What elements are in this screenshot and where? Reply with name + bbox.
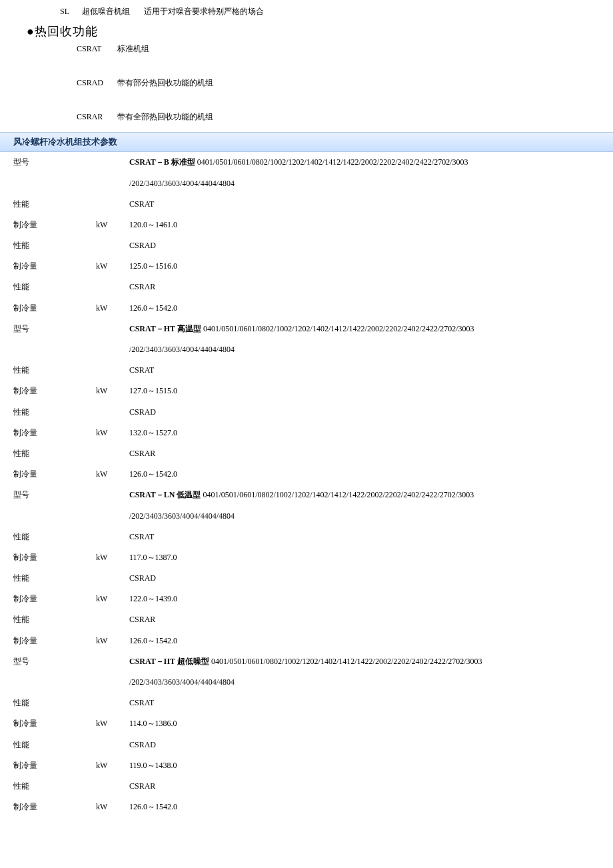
row-label: 性能 [0,360,93,381]
row-value: 122.0～1439.0 [127,589,613,609]
row-unit [93,776,127,797]
model-title-line2: /202/3403/3603/4004/4404/4804 [127,339,613,360]
row-label: 性能 [0,568,93,589]
row-label: 制冷量 [0,381,93,401]
unit-cell [93,319,127,360]
row-value: 120.0～1461.0 [127,215,613,235]
row-value: CSRAR [127,776,613,797]
row-unit [93,609,127,630]
row-unit [93,277,127,297]
model-title-line2: /202/3403/3603/4004/4404/4804 [127,672,613,693]
recovery-desc: 标准机组 [117,44,149,53]
row-unit [93,735,127,755]
row-label: 制冷量 [0,215,93,235]
row-value: CSRAR [127,277,613,297]
row-value: 126.0～1542.0 [127,464,613,485]
model-title-bold: CSRAT－HT 高温型 [129,324,201,333]
row-unit: kW [93,256,127,277]
row-label: 制冷量 [0,547,93,568]
row-value: CSRAR [127,609,613,630]
row-value: 126.0～1542.0 [127,631,613,651]
row-value: CSRAT [127,194,613,215]
recovery-list: CSRAT 标准机组 CSRAD 带有部分热回收功能的机组 CSRAR 带有全部… [0,43,613,124]
row-unit [93,443,127,464]
model-title-line1: CSRAT－B 标准型 0401/0501/0601/0802/1002/120… [127,152,613,173]
unit-cell [93,485,127,526]
heat-recovery-heading: ●热回收功能 [0,21,613,43]
row-value: 114.0～1386.0 [127,713,613,734]
row-value: CSRAD [127,735,613,755]
model-suffix: 0401/0501/0601/0802/1002/1202/1402/1412/… [195,157,468,167]
row-unit [93,402,127,423]
row-label: 制冷量 [0,797,93,817]
model-suffix: 0401/0501/0601/0802/1002/1202/1402/1412/… [201,324,474,333]
recovery-item: CSRAR 带有全部热回收功能的机组 [77,111,613,123]
top-desc: 适用于对噪音要求特别严格的场合 [144,7,264,16]
recovery-item: CSRAT 标准机组 [77,43,613,55]
row-label: 制冷量 [0,256,93,277]
row-value: 119.0～1438.0 [127,755,613,776]
label-model: 型号 [0,319,93,360]
row-value: 117.0～1387.0 [127,547,613,568]
row-value: CSRAD [127,235,613,256]
row-unit: kW [93,713,127,734]
recovery-code: CSRAT [77,43,115,55]
row-unit [93,693,127,713]
label-model: 型号 [0,152,93,193]
unit-cell [93,651,127,693]
row-label: 性能 [0,194,93,215]
section-title: 风冷螺杆冷水机组技术参数 [13,137,117,147]
row-label: 制冷量 [0,423,93,443]
row-label: 制冷量 [0,298,93,319]
section-bar: 风冷螺杆冷水机组技术参数 [0,132,613,153]
label-model: 型号 [0,485,93,526]
row-unit [93,360,127,381]
model-title-line2: /202/3403/3603/4004/4404/4804 [127,506,613,527]
row-label: 性能 [0,609,93,630]
row-value: 127.0～1515.0 [127,381,613,401]
recovery-code: CSRAD [77,77,115,89]
row-value: 126.0～1542.0 [127,298,613,319]
row-label: 制冷量 [0,713,93,734]
row-value: 125.0～1516.0 [127,256,613,277]
model-title-line2: /202/3403/3603/4004/4404/4804 [127,173,613,194]
row-unit: kW [93,631,127,651]
model-title-bold: CSRAT－HT 超低噪型 [129,657,209,666]
row-value: 126.0～1542.0 [127,797,613,817]
heading-text: ●热回收功能 [27,25,98,38]
row-label: 性能 [0,693,93,713]
row-unit: kW [93,423,127,443]
row-unit: kW [93,215,127,235]
model-title-bold: CSRAT－LN 低温型 [129,490,201,499]
top-label: 超低噪音机组 [82,5,142,18]
row-value: 132.0～1527.0 [127,423,613,443]
row-value: CSRAD [127,402,613,423]
row-label: 制冷量 [0,464,93,485]
model-title-line1: CSRAT－HT 超低噪型 0401/0501/0601/0802/1002/1… [127,651,613,672]
recovery-desc: 带有全部热回收功能的机组 [117,112,213,121]
row-unit [93,568,127,589]
row-unit [93,235,127,256]
row-unit: kW [93,298,127,319]
row-label: 性能 [0,735,93,755]
row-value: CSRAT [127,693,613,713]
row-value: CSRAT [127,360,613,381]
row-unit: kW [93,547,127,568]
row-label: 性能 [0,277,93,297]
row-label: 制冷量 [0,589,93,609]
row-unit: kW [93,589,127,609]
recovery-desc: 带有部分热回收功能的机组 [117,78,213,87]
row-label: 性能 [0,443,93,464]
model-title-line1: CSRAT－LN 低温型 0401/0501/0601/0802/1002/12… [127,485,613,505]
model-suffix: 0401/0501/0601/0802/1002/1202/1402/1412/… [201,490,474,499]
row-label: 制冷量 [0,631,93,651]
row-value: CSRAT [127,527,613,547]
top-line: SL 超低噪音机组 适用于对噪音要求特别严格的场合 [0,0,613,21]
row-unit: kW [93,755,127,776]
row-label: 制冷量 [0,755,93,776]
label-model: 型号 [0,651,93,693]
row-unit: kW [93,464,127,485]
row-unit [93,194,127,215]
row-value: CSRAR [127,443,613,464]
recovery-item: CSRAD 带有部分热回收功能的机组 [77,77,613,89]
